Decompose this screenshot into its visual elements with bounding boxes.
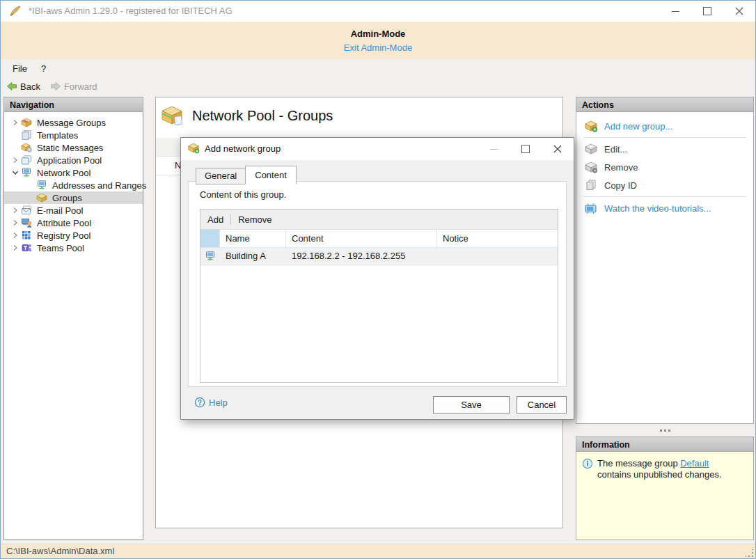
video-tutorials-label: Watch the video-tutorials... [604, 203, 711, 214]
help-label: Help [209, 397, 228, 408]
add-new-group-action[interactable]: Add new group... [576, 118, 753, 134]
video-icon [584, 203, 598, 214]
content-description: Content of this group. [200, 189, 286, 200]
table-header-row: Name Content Notice [200, 230, 558, 248]
row-content: 192.168.2.2 - 192.168.2.255 [286, 251, 437, 261]
network-address-icon [200, 251, 220, 261]
table-toolbar: Add Remove [200, 210, 558, 230]
nav-item-network-pool[interactable]: Network Pool [4, 166, 143, 179]
forward-button[interactable]: Forward [50, 81, 97, 92]
back-label: Back [20, 81, 40, 92]
chevron-down-icon[interactable] [10, 169, 21, 176]
help-link[interactable]: Help [194, 397, 228, 408]
nav-label: Templates [37, 130, 78, 141]
nav-item-registry-pool[interactable]: Registry Pool [4, 229, 143, 242]
dialog-close-button[interactable] [542, 138, 574, 160]
maximize-icon [703, 7, 711, 15]
info-text-prefix: The message group [597, 458, 680, 469]
save-button[interactable]: Save [433, 396, 510, 414]
attribute-pool-icon [21, 218, 33, 228]
tab-content[interactable]: Content [245, 166, 297, 184]
chevron-right-icon[interactable] [10, 232, 21, 239]
resize-grip[interactable] [746, 549, 754, 558]
navigation-header: Navigation [3, 97, 143, 112]
nav-item-message-groups[interactable]: Message Groups [4, 116, 143, 129]
add-new-group-label: Add new group... [604, 121, 672, 132]
edit-action[interactable]: Edit... [576, 141, 753, 157]
column-header-notice[interactable]: Notice [437, 230, 558, 248]
menu-bar: File ? [1, 59, 755, 77]
table-add-button[interactable]: Add [200, 214, 230, 225]
nav-label: Application Pool [37, 155, 102, 166]
actions-separator [583, 196, 746, 197]
chevron-right-icon[interactable] [10, 219, 21, 226]
nav-item-addresses-and-ranges[interactable]: Addresses and Ranges [4, 179, 143, 191]
exit-admin-mode-link[interactable]: Exit Admin-Mode [344, 42, 412, 53]
nav-item-attribute-pool[interactable]: Attribute Pool [4, 216, 143, 229]
nav-item-static-messages[interactable]: Static Messages [4, 141, 143, 154]
nav-item-email-pool[interactable]: E-mail Pool [4, 204, 143, 216]
menu-file[interactable]: File [6, 61, 34, 77]
information-header: Information [576, 436, 754, 452]
cancel-button[interactable]: Cancel [517, 396, 567, 414]
panel-splitter[interactable] [576, 424, 754, 436]
chevron-right-icon[interactable] [10, 244, 21, 251]
chevron-right-icon[interactable] [10, 207, 21, 214]
table-row[interactable]: Building A 192.168.2.2 - 192.168.2.255 [200, 248, 558, 265]
minimize-icon [490, 149, 498, 150]
right-panel: Actions Add new group... Edit... Remove [576, 97, 754, 540]
video-tutorials-action[interactable]: Watch the video-tutorials... [576, 200, 753, 216]
column-header-name[interactable]: Name [220, 230, 286, 248]
forward-label: Forward [64, 81, 97, 92]
group-content-table: Add Remove Name Content Notice Building … [200, 209, 558, 383]
chevron-right-icon[interactable] [10, 119, 21, 126]
teams-pool-icon [21, 243, 33, 253]
remove-action[interactable]: Remove [576, 159, 753, 175]
email-pool-icon [21, 205, 33, 216]
status-bar: C:\IBI-aws\Admin\Data.xml [1, 544, 755, 559]
dialog-minimize-button[interactable] [478, 138, 510, 160]
actions-panel: Add new group... Edit... Remove Copy ID [576, 112, 754, 424]
dialog-tabs: General Content [196, 166, 296, 184]
add-group-dialog-icon [187, 143, 200, 154]
application-pool-icon [21, 155, 33, 166]
nav-label: Static Messages [37, 143, 103, 153]
copy-icon [584, 180, 598, 191]
minimize-button[interactable] [659, 1, 691, 22]
forward-arrow-icon [50, 81, 61, 92]
maximize-button[interactable] [691, 1, 723, 22]
admin-mode-banner: Admin-Mode Exit Admin-Mode [1, 22, 755, 59]
table-remove-button[interactable]: Remove [231, 214, 278, 225]
add-network-group-dialog: Add network group General Content Conten… [180, 137, 574, 420]
network-pool-groups-icon [162, 106, 184, 125]
dialog-maximize-button[interactable] [510, 138, 542, 160]
default-group-link[interactable]: Default [680, 458, 709, 469]
info-text-suffix: contains unpublished changes. [597, 469, 722, 480]
nav-label: Registry Pool [37, 230, 90, 241]
tab-general[interactable]: General [196, 168, 246, 184]
app-logo-icon [9, 5, 22, 17]
column-header-icon[interactable] [200, 230, 220, 248]
close-button[interactable] [723, 1, 755, 22]
nav-item-application-pool[interactable]: Application Pool [4, 154, 143, 166]
edit-label: Edit... [604, 144, 627, 155]
group-package-icon [36, 193, 49, 203]
nav-label: Teams Pool [37, 243, 84, 253]
nav-item-teams-pool[interactable]: Teams Pool [4, 242, 143, 254]
network-address-icon [36, 180, 49, 191]
close-icon [735, 7, 743, 15]
nav-label: Attribute Pool [37, 218, 91, 228]
nav-label: Addresses and Ranges [52, 180, 146, 191]
back-button[interactable]: Back [6, 81, 40, 92]
chevron-right-icon[interactable] [10, 157, 21, 164]
column-header-content[interactable]: Content [286, 230, 437, 248]
nav-item-templates[interactable]: Templates [4, 129, 143, 141]
row-name: Building A [220, 251, 286, 261]
edit-icon [584, 143, 598, 155]
nav-label: Groups [52, 193, 82, 203]
copy-id-action[interactable]: Copy ID [576, 177, 753, 194]
templates-icon [21, 130, 33, 141]
nav-item-groups[interactable]: Groups [4, 191, 143, 204]
menu-help[interactable]: ? [34, 61, 53, 77]
close-icon [553, 145, 562, 153]
